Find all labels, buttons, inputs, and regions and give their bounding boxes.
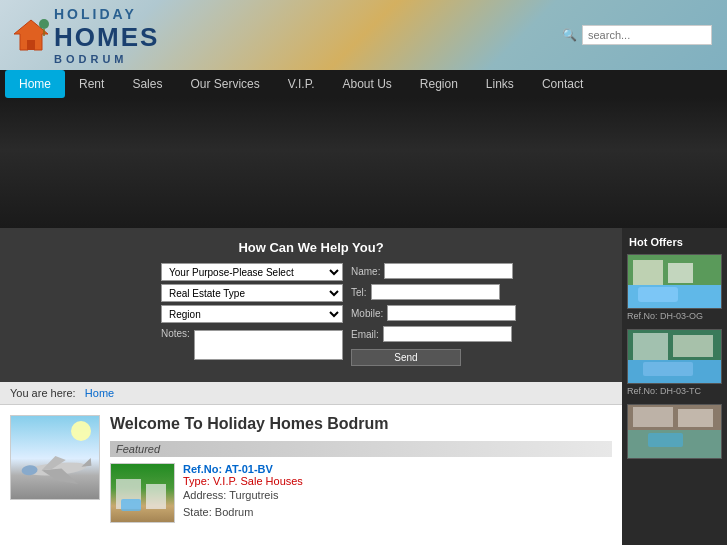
nav-item-our-services[interactable]: Our Services <box>176 70 273 98</box>
mobile-input[interactable] <box>387 305 516 321</box>
breadcrumb-prefix: You are here: <box>10 387 76 399</box>
below-nav: How Can We Help You? Your Purpose-Please… <box>0 98 727 545</box>
email-row: Email: <box>351 326 461 342</box>
send-button[interactable]: Send <box>351 349 461 366</box>
type-value: V.I.P. Sale Houses <box>213 475 303 487</box>
svg-rect-1 <box>27 40 35 50</box>
nav-item-contact[interactable]: Contact <box>528 70 597 98</box>
logo-house-icon <box>12 16 50 54</box>
page-content: Welcome To Holiday Homes Bodrum Featured <box>110 415 612 545</box>
property-type: Type: V.I.P. Sale Houses <box>183 475 612 487</box>
page-title: Welcome To Holiday Homes Bodrum <box>110 415 612 433</box>
svg-rect-30 <box>678 409 713 427</box>
featured-bar: Featured <box>110 441 612 457</box>
purpose-select[interactable]: Your Purpose-Please Select <box>161 263 343 281</box>
nav-item-sales[interactable]: Sales <box>118 70 176 98</box>
hot-offer-thumb-3 <box>627 404 722 459</box>
address-label: Address: <box>183 489 226 501</box>
hot-offer-thumb-2 <box>627 329 722 384</box>
address-value: Turgutreis <box>229 489 278 501</box>
tel-label: Tel: <box>351 287 367 298</box>
navigation-bar: Home Rent Sales Our Services V.I.P. Abou… <box>0 70 727 98</box>
svg-rect-24 <box>673 335 713 357</box>
search-input[interactable] <box>582 25 712 45</box>
hot-offer-item-1[interactable]: Ref.No: DH-03-OG <box>627 254 722 321</box>
svg-rect-23 <box>633 333 668 360</box>
svg-rect-18 <box>668 263 693 283</box>
main-with-sidebar: How Can We Help You? Your Purpose-Please… <box>0 228 727 545</box>
nav-item-about-us[interactable]: About Us <box>328 70 405 98</box>
hot-offer-ref-1: Ref.No: DH-03-OG <box>627 311 722 321</box>
logo-holiday: HOLIDAY <box>54 6 137 22</box>
email-input[interactable] <box>383 326 512 342</box>
tel-input[interactable] <box>371 284 500 300</box>
svg-rect-13 <box>146 484 166 509</box>
airplane-image <box>11 416 100 500</box>
hot-offers-title: Hot Offers <box>627 236 722 248</box>
mobile-row: Mobile: <box>351 305 461 321</box>
type-label: Type: <box>183 475 210 487</box>
svg-rect-19 <box>638 287 678 302</box>
svg-point-2 <box>39 19 49 29</box>
breadcrumb-home[interactable]: Home <box>85 387 114 399</box>
header: HOLIDAY HOMES BODRUM 🔍 <box>0 0 727 70</box>
name-input[interactable] <box>384 263 513 279</box>
logo-text-block: HOLIDAY HOMES BODRUM <box>54 6 159 65</box>
state-label: State: <box>183 506 212 518</box>
help-form-right: Name: Tel: Mobile: <box>351 263 461 366</box>
page-body: Welcome To Holiday Homes Bodrum Featured <box>0 405 622 545</box>
left-main: How Can We Help You? Your Purpose-Please… <box>0 228 622 545</box>
nav-item-home[interactable]: Home <box>5 70 65 98</box>
nav-item-rent[interactable]: Rent <box>65 70 118 98</box>
svg-rect-14 <box>121 499 141 511</box>
help-form-title: How Can We Help You? <box>161 240 461 255</box>
help-section: How Can We Help You? Your Purpose-Please… <box>0 228 622 382</box>
hot-offer-thumb-1 <box>627 254 722 309</box>
mobile-label: Mobile: <box>351 308 383 319</box>
svg-rect-17 <box>633 260 663 285</box>
help-form-left: Your Purpose-Please Select Real Estate T… <box>161 263 343 366</box>
logo-bodrum: BODRUM <box>54 53 159 65</box>
property-state: State: Bodrum <box>183 504 612 521</box>
search-area: 🔍 <box>562 25 712 45</box>
name-row: Name: <box>351 263 461 279</box>
property-card: Ref.No: AT-01-BV Type: V.I.P. Sale House… <box>110 463 612 523</box>
svg-rect-29 <box>633 407 673 427</box>
notes-label: Notes: <box>161 328 190 339</box>
right-sidebar: Hot Offers Ref.No: DH-03-OG <box>622 228 727 545</box>
real-estate-select[interactable]: Real Estate Type <box>161 284 343 302</box>
nav-item-region[interactable]: Region <box>406 70 472 98</box>
nav-item-vip[interactable]: V.I.P. <box>274 70 329 98</box>
search-icon: 🔍 <box>562 28 577 42</box>
email-label: Email: <box>351 329 379 340</box>
nav-item-links[interactable]: Links <box>472 70 528 98</box>
dark-band <box>0 98 727 228</box>
help-form-row: Your Purpose-Please Select Real Estate T… <box>161 263 461 366</box>
region-select[interactable]: Region <box>161 305 343 323</box>
logo-area: HOLIDAY HOMES BODRUM <box>0 0 171 73</box>
logo-homes: HOMES <box>54 22 159 53</box>
hot-offer-ref-2: Ref.No: DH-03-TC <box>627 386 722 396</box>
hot-offer-item-2[interactable]: Ref.No: DH-03-TC <box>627 329 722 396</box>
property-details: Ref.No: AT-01-BV Type: V.I.P. Sale House… <box>183 463 612 523</box>
notes-textarea[interactable] <box>194 330 343 360</box>
svg-rect-25 <box>643 362 693 376</box>
page-image <box>10 415 100 500</box>
svg-point-5 <box>71 421 91 441</box>
help-form: How Can We Help You? Your Purpose-Please… <box>161 240 461 370</box>
name-label: Name: <box>351 266 380 277</box>
svg-rect-31 <box>648 433 683 447</box>
tel-row: Tel: <box>351 284 461 300</box>
state-value: Bodrum <box>215 506 254 518</box>
property-address: Address: Turgutreis <box>183 487 612 504</box>
breadcrumb: You are here: Home <box>0 382 622 405</box>
property-thumbnail <box>110 463 175 523</box>
property-ref[interactable]: Ref.No: AT-01-BV <box>183 463 612 475</box>
hot-offer-item-3[interactable] <box>627 404 722 459</box>
